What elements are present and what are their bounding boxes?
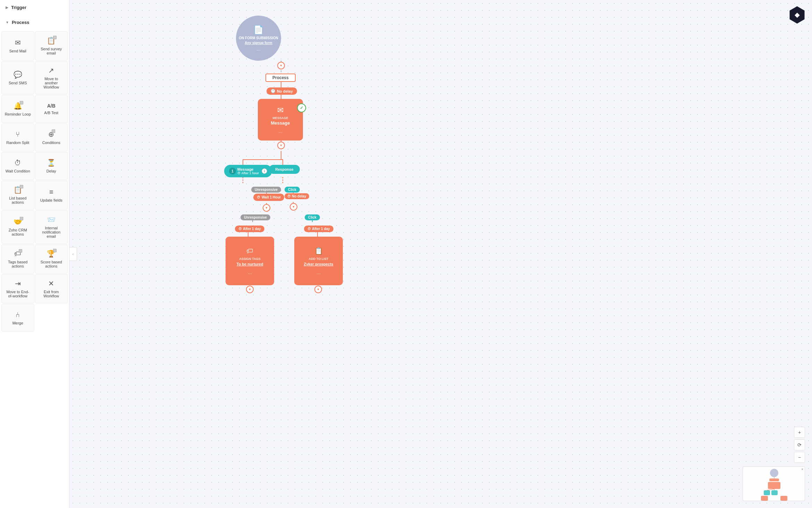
- assign-tags-dots[interactable]: ...: [248, 270, 252, 275]
- trigger-link[interactable]: Any signup form: [245, 41, 272, 45]
- response-label: Response: [275, 167, 294, 171]
- sidebar: ▶ Trigger ▼ Process ✉ Send Mail 📋 Send s…: [0, 0, 69, 508]
- process-section[interactable]: ▼ Process: [0, 15, 69, 30]
- zoho-icon: 🤝: [14, 218, 22, 226]
- sidebar-item-label: Wait Condition: [6, 169, 30, 173]
- sidebar-item-zoho-crm[interactable]: 🤝 Zoho CRM actions: [1, 210, 34, 244]
- sidebar-item-send-mail[interactable]: ✉ Send Mail: [1, 31, 34, 60]
- assign-tags-icon: 🏷: [246, 247, 253, 255]
- delay-icon: ⏳: [47, 159, 56, 167]
- sidebar-item-move-workflow[interactable]: ↗ Move to another Workflow: [35, 61, 68, 94]
- tags-icon: 🏷: [14, 250, 21, 258]
- process-label: Process: [12, 20, 29, 25]
- svg-rect-19: [761, 496, 768, 501]
- sidebar-item-wait-condition[interactable]: ⏱ Wait Condition: [1, 152, 34, 180]
- zoom-reset-button[interactable]: ⟳: [794, 439, 805, 450]
- reminder-icon: 🔔: [14, 102, 22, 110]
- minimap-close-button[interactable]: ×: [801, 467, 803, 471]
- move-end-icon: ⇥: [15, 279, 21, 288]
- trigger-down-arrow[interactable]: ▼: [277, 62, 285, 69]
- add-to-list-down-arrow[interactable]: ▼: [314, 286, 322, 293]
- sidebar-item-label: Exit from Workflow: [38, 290, 65, 298]
- assign-tags-down-arrow[interactable]: ▼: [246, 286, 254, 293]
- collapse-sidebar-button[interactable]: ‹: [69, 247, 77, 261]
- trigger-dots-button[interactable]: ...: [256, 46, 261, 52]
- sidebar-item-reminder-loop[interactable]: 🔔 Reminder Loop: [1, 95, 34, 123]
- left-condition-down-arrow[interactable]: ▼: [263, 204, 270, 212]
- sidebar-item-label: Zoho CRM actions: [5, 228, 31, 236]
- sidebar-item-move-end[interactable]: ⇥ Move to End-of-workflow: [1, 274, 34, 303]
- list-icon: 📋: [14, 186, 22, 194]
- update-icon: ≡: [49, 188, 53, 196]
- delay-clock-icon: ⏱: [238, 227, 242, 231]
- message-node-label: MESSAGE: [272, 116, 288, 120]
- sidebar-item-exit-workflow[interactable]: ✕ Exit from Workflow: [35, 274, 68, 303]
- trigger-node[interactable]: 📄 ON FORM SUBMISSION Any signup form ...: [236, 16, 281, 61]
- click-no-delay-text: No delay: [292, 194, 306, 198]
- message-node-dots[interactable]: ...: [278, 128, 282, 134]
- assign-tags-node[interactable]: 🏷 ASSIGN TAGS To be nurtured ...: [226, 237, 274, 285]
- sidebar-item-ab-test[interactable]: A/B A/B Test: [35, 95, 68, 123]
- sidebar-item-tags-based[interactable]: 🏷 Tags based actions: [1, 244, 34, 273]
- add-to-list-delay-badge: ⏱ After 1 day: [304, 226, 333, 232]
- zoom-controls: + ⟳ −: [794, 427, 805, 463]
- trigger-icon: 📄: [253, 25, 264, 35]
- info-icon[interactable]: i: [262, 168, 267, 174]
- trigger-section[interactable]: ▶ Trigger: [0, 0, 69, 15]
- sidebar-item-internal-notification[interactable]: 📨 Internal notification email: [35, 210, 68, 244]
- process-arrow: ▼: [6, 20, 9, 24]
- sidebar-item-conditions[interactable]: ⊕ Conditions: [35, 124, 68, 151]
- logo-icon: ◆: [795, 11, 800, 19]
- conditions-icon: ⊕: [48, 130, 54, 138]
- sidebar-item-label: Move to End-of-workflow: [5, 290, 31, 298]
- sidebar-item-label: Send SMS: [9, 81, 27, 85]
- sidebar-item-label: Conditions: [42, 141, 60, 145]
- flow-canvas: ‹ 📄 ON FORM SU: [69, 0, 812, 508]
- sms-icon: 💬: [14, 70, 22, 79]
- wait-icon: ⏱: [14, 159, 21, 167]
- svg-point-14: [770, 469, 778, 477]
- split-icon: ⑂: [16, 130, 20, 138]
- svg-rect-20: [780, 496, 787, 501]
- sidebar-item-random-split[interactable]: ⑂ Random Split: [1, 124, 34, 151]
- message-check-badge: ✓: [297, 103, 306, 112]
- add-to-list-label: ADD TO LIST: [309, 257, 328, 261]
- sidebar-item-label: Move to another Workflow: [38, 77, 65, 89]
- add-to-list-value[interactable]: Zyker prospects: [304, 262, 333, 266]
- svg-rect-15: [769, 479, 779, 481]
- mail-icon: ✉: [15, 39, 21, 47]
- svg-line-22: [767, 489, 774, 490]
- clock-icon: 🕐: [271, 89, 276, 93]
- sidebar-item-label: Send survey email: [38, 47, 65, 55]
- sidebar-item-list-based[interactable]: 📋 List based actions: [1, 180, 34, 210]
- wait-clock-icon: ⏱: [257, 195, 260, 199]
- score-icon: 🏆: [47, 249, 56, 258]
- add-to-list-node[interactable]: 📋 ADD TO LIST Zyker prospects ...: [294, 237, 343, 285]
- sidebar-item-merge[interactable]: ⑃ Merge: [1, 304, 34, 332]
- assign-tags-delay-badge: ⏱ After 1 day: [235, 226, 264, 232]
- ab-icon: A/B: [47, 103, 56, 109]
- sidebar-item-label: Send Mail: [9, 49, 26, 53]
- message-node[interactable]: ✉ MESSAGE Message ...: [258, 99, 303, 141]
- zoom-out-button[interactable]: −: [794, 452, 805, 463]
- survey-icon: 📋: [47, 36, 56, 45]
- process-label: Process: [265, 74, 296, 82]
- message-down-arrow[interactable]: ▼: [277, 142, 285, 149]
- sidebar-item-delay[interactable]: ⏳ Delay: [35, 152, 68, 180]
- sidebar-item-update-fields[interactable]: ≡ Update fields: [35, 180, 68, 210]
- svg-rect-18: [771, 490, 778, 495]
- assign-tags-value[interactable]: To be nurtured: [237, 262, 263, 266]
- message-after-hour-node[interactable]: 1 Message ⏱ After 1 hour i: [224, 165, 272, 177]
- sidebar-item-score-based[interactable]: 🏆 Score based actions: [35, 244, 68, 273]
- sidebar-item-send-survey[interactable]: 📋 Send survey email: [35, 31, 68, 60]
- zoom-in-button[interactable]: +: [794, 427, 805, 438]
- sidebar-item-label: Update fields: [40, 198, 62, 202]
- response-node[interactable]: Response: [269, 165, 300, 174]
- exit-icon: ✕: [48, 279, 54, 288]
- right-condition-down-arrow[interactable]: ▼: [290, 203, 297, 211]
- sidebar-item-send-sms[interactable]: 💬 Send SMS: [1, 61, 34, 94]
- add-to-list-icon: 📋: [314, 247, 323, 255]
- wait-1-hour-node[interactable]: ⏱ Wait 1 Hour: [253, 194, 284, 201]
- add-to-list-dots[interactable]: ...: [316, 270, 321, 275]
- message-after-hour-label: Message: [237, 167, 259, 171]
